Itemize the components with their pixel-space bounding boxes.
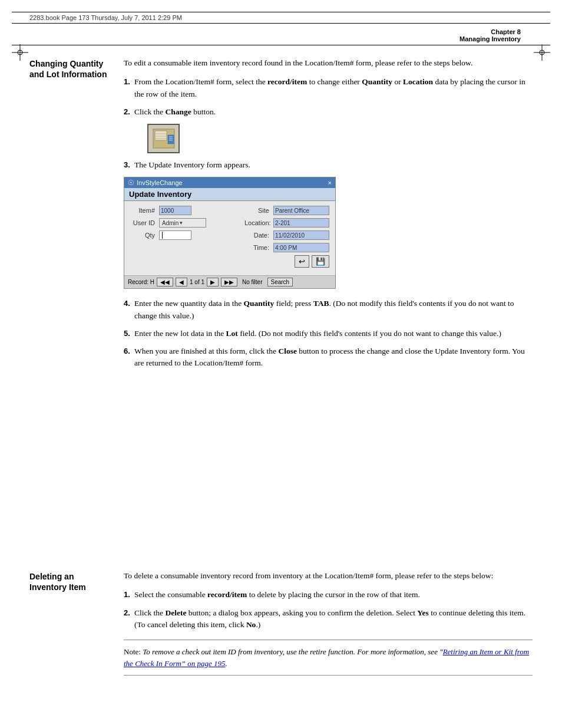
chapter-subtitle: Managing Inventory [459,35,521,42]
del-step-1-text: Select the consumable record/item to del… [134,589,533,601]
step-3-text: The Update Inventory form appears. [134,159,533,171]
right-column-2: To delete a consumable inventory record … [121,570,533,728]
userid-field[interactable]: Admin ▾ [159,218,206,228]
section1-intro: To edit a consumable item inventory reco… [124,57,533,69]
dialog-save-btn[interactable]: 💾 [312,255,329,268]
top-bar: 2283.book Page 173 Thursday, July 7, 201… [12,12,550,24]
chapter-header: Chapter 8 Managing Inventory [12,24,550,45]
content-area-2: Deleting an Inventory Item To delete a c… [12,570,550,728]
time-label: Time: [244,244,271,251]
note-text: To remove a check out item ID from inven… [141,647,443,656]
steps-list-2: 1. Select the consumable record/item to … [124,589,533,631]
corner-tr [534,44,550,61]
steps-list-3: 3. The Update Inventory form appears. [124,159,533,171]
qty-field[interactable] [159,230,191,240]
date-field[interactable]: 11/02/2010 [273,230,329,240]
svg-rect-11 [168,135,174,144]
dialog-title-text: InvStyleChange [137,179,183,186]
step-2: 2. Click the Change button. [124,106,533,118]
dialog-titlebar-left: ☉ InvStyleChange [128,179,183,187]
svg-rect-7 [155,131,167,140]
note-box: Note: To remove a check out item ID from… [124,640,533,676]
step-6: 6. When you are finished at this form, c… [124,345,533,370]
step-1-text: From the Location/Item# form, select the… [134,76,533,100]
step-5-text: Enter the new lot data in the Lot field.… [134,328,533,340]
userid-label: User ID [130,219,157,226]
step-6-text: When you are finished at this form, clic… [134,345,533,370]
step-3-num: 3. [124,159,134,171]
nav-prev[interactable]: ◀ [176,278,187,286]
item-label: Item# [130,207,157,214]
dialog-close-btn[interactable]: × [328,179,332,186]
change-button-icon [147,124,180,153]
del-step-1: 1. Select the consumable record/item to … [124,589,533,601]
location-field[interactable]: 2-201 [273,218,329,228]
step-5: 5. Enter the new lot data in the Lot fie… [124,328,533,340]
corner-tl [12,44,28,61]
left-column-2: Deleting an Inventory Item [29,570,121,728]
step-1: 1. From the Location/Item# form, select … [124,76,533,100]
location-label: Location: [244,219,271,226]
dialog-titlebar: ☉ InvStyleChange × [124,177,335,188]
del-step-2: 2. Click the Delete button; a dialog box… [124,607,533,631]
right-column: To edit a consumable item inventory reco… [121,57,533,564]
section2-heading: Deleting an Inventory Item [29,571,112,592]
step-5-num: 5. [124,328,134,340]
step-2-num: 2. [124,106,134,118]
dialog-row-4: Time: 4:00 PM [130,243,329,252]
step-6-num: 6. [124,345,134,370]
note-label: Note: [124,647,141,656]
dialog-row-3: Qty Date: 11/02/2010 [130,230,329,240]
item-field[interactable]: 1000 [159,206,191,215]
step-4-text: Enter the new quantity data in the Quant… [134,298,533,322]
step-3: 3. The Update Inventory form appears. [124,159,533,171]
search-btn[interactable]: Search [267,278,293,286]
time-field[interactable]: 4:00 PM [273,243,329,252]
section1-heading: Changing Quantity and Lot Information [29,58,112,80]
del-step-2-num: 2. [124,607,134,631]
dialog-row-2: User ID Admin ▾ Location: 2-201 [130,218,329,228]
steps-list-1: 1. From the Location/Item# form, select … [124,76,533,118]
step-2-text: Click the Change button. [134,106,533,118]
date-label: Date: [244,232,271,239]
left-column: Changing Quantity and Lot Information [29,57,121,564]
section2-intro: To delete a consumable inventory record … [124,570,533,582]
dialog-buttons-row: ↩ 💾 [130,255,329,268]
nav-first[interactable]: ◀◀ [157,278,173,286]
dialog-section-title: Update Inventory [124,188,335,201]
steps-list-456: 4. Enter the new quantity data in the Qu… [124,298,533,369]
step-1-num: 1. [124,76,134,100]
site-field[interactable]: Parent Office [273,206,329,215]
qty-label: Qty [130,232,157,239]
page-container: 2283.book Page 173 Thursday, July 7, 201… [0,12,562,728]
nav-last[interactable]: ▶▶ [221,278,237,286]
file-info: 2283.book Page 173 Thursday, July 7, 201… [29,14,182,21]
change-icon-container [147,124,533,153]
no-filter: No filter [242,279,262,285]
del-step-2-text: Click the Delete button; a dialog box ap… [134,607,533,631]
record-label: Record: H [128,279,154,285]
dialog-row-1: Item# 1000 Site Parent Office [130,206,329,215]
nav-next[interactable]: ▶ [207,278,219,286]
dialog-footer: Record: H ◀◀ ◀ 1 of 1 ▶ ▶▶ No filter Sea… [124,275,335,288]
chapter-title: Chapter 8 [491,28,521,35]
update-inventory-dialog: ☉ InvStyleChange × Update Inventory Item… [124,177,336,289]
record-count: 1 of 1 [190,279,204,285]
site-label: Site [244,207,271,214]
dialog-title-icon: ☉ [128,179,134,187]
content-area: Changing Quantity and Lot Information To… [12,45,550,576]
del-step-1-num: 1. [124,589,134,601]
step-4-num: 4. [124,298,134,322]
step-4: 4. Enter the new quantity data in the Qu… [124,298,533,322]
note-period: . [226,659,227,668]
dialog-undo-btn[interactable]: ↩ [295,255,309,268]
dialog-body: Item# 1000 Site Parent Office User ID Ad… [124,201,335,275]
